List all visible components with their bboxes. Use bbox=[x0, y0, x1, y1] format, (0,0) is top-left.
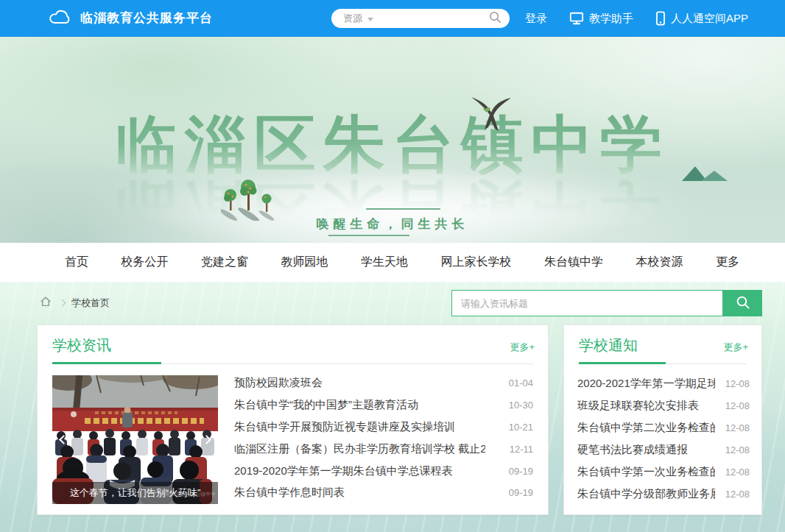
carousel-caption-bar: 这个春节，让我们告别“火药味” 淄博市临淄区朱台镇中学 bbox=[52, 482, 218, 504]
news-list-item[interactable]: 2019-2020学年第一学期朱台镇中学总课程表 09-19 bbox=[234, 460, 533, 482]
chevron-down-icon[interactable] bbox=[367, 18, 373, 21]
news-more-link[interactable]: 更多+ bbox=[510, 341, 535, 354]
content-area: 学校首页 学校资讯 更多+ bbox=[0, 282, 785, 532]
chevron-left-icon bbox=[59, 435, 68, 444]
news-list-item[interactable]: 朱台镇中学开展预防近视专题讲座及实操培训 10-21 bbox=[234, 416, 533, 439]
news-list-item[interactable]: 预防校园欺凌班会 01-04 bbox=[234, 372, 533, 394]
banner-school-name: 临淄区朱台镇中学 bbox=[0, 113, 785, 175]
news-panel-title: 学校资讯 bbox=[52, 336, 111, 355]
cloud-logo-icon bbox=[49, 8, 72, 29]
notice-item-title: 2020-2021学年第一学期足球 bbox=[577, 377, 715, 391]
news-item-title: 朱台镇中学“我的中国梦”主题教育活动 bbox=[234, 398, 418, 412]
news-list-item[interactable]: 朱台镇中学作息时间表 09-19 bbox=[234, 482, 533, 504]
nav-item[interactable]: 校务公开 bbox=[122, 255, 169, 270]
login-link[interactable]: 登录 bbox=[525, 12, 547, 26]
mountains-decoration bbox=[676, 160, 735, 182]
slogan-line-top bbox=[366, 208, 440, 210]
nav-item[interactable]: 首页 bbox=[65, 255, 88, 270]
news-item-date: 12-11 bbox=[510, 444, 533, 455]
notice-list-item[interactable]: 2020-2021学年第一学期足球 12-08 bbox=[577, 372, 750, 394]
notice-item-date: 12-08 bbox=[725, 489, 750, 500]
notice-item-title: 朱台镇中学第一次业务检查的 bbox=[577, 465, 715, 479]
news-list-item[interactable]: 临淄区注册（备案）民办非学历教育培训学校 截止2019 12-11 bbox=[234, 438, 533, 460]
trees-decoration bbox=[221, 174, 278, 221]
brand-title: 临淄教育公共服务平台 bbox=[80, 10, 213, 26]
news-list: 预防校园欺凌班会 01-04 朱台镇中学“我的中国梦”主题教育活动 10-30 … bbox=[234, 372, 533, 504]
top-header-bar: 临淄教育公共服务平台 资源 登录 bbox=[0, 0, 785, 37]
breadcrumb: 学校首页 bbox=[39, 282, 110, 324]
news-list-item[interactable]: 朱台镇中学“我的中国梦”主题教育活动 10-30 bbox=[234, 394, 533, 416]
notice-list-item[interactable]: 朱台镇中学第二次业务检查的 12-08 bbox=[577, 416, 750, 439]
renrentong-app-link[interactable]: 人人通空间APP bbox=[655, 11, 748, 26]
page: 临淄教育公共服务平台 资源 登录 bbox=[0, 0, 785, 532]
divider-accent bbox=[52, 362, 161, 364]
news-item-date: 09-19 bbox=[509, 487, 533, 498]
banner-slogan: 唤醒生命，同生共长 bbox=[0, 216, 785, 233]
chevron-right-icon bbox=[202, 435, 211, 444]
notice-item-date: 12-08 bbox=[725, 378, 750, 389]
news-item-title: 预防校园欺凌班会 bbox=[234, 376, 323, 390]
notice-list-item[interactable]: 班级足球联赛轮次安排表 12-08 bbox=[577, 394, 750, 416]
hero-banner: 临淄区朱台镇中学 临淄区朱台镇中学 bbox=[0, 37, 785, 243]
phone-icon bbox=[655, 11, 666, 26]
nav-item[interactable]: 网上家长学校 bbox=[441, 255, 512, 270]
notice-list: 2020-2021学年第一学期足球 12-08 班级足球联赛轮次安排表 12-0… bbox=[577, 372, 750, 505]
news-search-bar bbox=[451, 290, 762, 316]
news-item-date: 10-21 bbox=[509, 422, 533, 433]
notice-item-title: 硬笔书法比赛成绩通报 bbox=[577, 443, 688, 457]
top-links: 登录 教学助手 人人通空间APP bbox=[503, 0, 748, 37]
nav-item[interactable]: 朱台镇中学 bbox=[544, 255, 603, 270]
news-carousel[interactable]: 这个春节，让我们告别“火药味” 淄博市临淄区朱台镇中学 bbox=[52, 375, 218, 504]
carousel-next-button[interactable] bbox=[202, 434, 214, 446]
news-item-date: 10-30 bbox=[509, 400, 533, 411]
notice-item-date: 12-08 bbox=[725, 422, 750, 433]
notice-item-date: 12-08 bbox=[725, 444, 750, 455]
brand[interactable]: 临淄教育公共服务平台 bbox=[49, 8, 213, 29]
photo-watermark: 淄博市临淄区朱台镇中学 bbox=[159, 491, 216, 498]
news-item-title: 朱台镇中学作息时间表 bbox=[234, 486, 345, 500]
nav-item[interactable]: 教师园地 bbox=[281, 255, 328, 270]
notice-item-title: 班级足球联赛轮次安排表 bbox=[577, 399, 699, 413]
renrentong-app-label: 人人通空间APP bbox=[671, 12, 748, 26]
swallow-icon bbox=[467, 94, 514, 134]
school-news-panel: 学校资讯 更多+ bbox=[37, 324, 549, 515]
search-icon bbox=[736, 295, 750, 312]
notice-list-item[interactable]: 朱台镇中学第一次业务检查的 12-08 bbox=[577, 461, 750, 483]
teaching-assistant-label: 教学助手 bbox=[589, 12, 633, 26]
notice-item-date: 12-08 bbox=[725, 400, 750, 411]
nav-item[interactable]: 学生天地 bbox=[361, 255, 408, 270]
breadcrumb-current[interactable]: 学校首页 bbox=[71, 297, 110, 310]
notice-item-title: 朱台镇中学分级部教师业务展 bbox=[577, 487, 715, 501]
news-item-title: 2019-2020学年第一学期朱台镇中学总课程表 bbox=[234, 464, 453, 478]
nav-item[interactable]: 更多 bbox=[716, 255, 739, 270]
carousel-prev-button[interactable] bbox=[57, 434, 68, 446]
news-item-date: 01-04 bbox=[509, 377, 533, 389]
notice-list-item[interactable]: 硬笔书法比赛成绩通报 12-08 bbox=[577, 439, 750, 461]
top-search-box[interactable]: 资源 bbox=[331, 9, 510, 28]
main-nav: 首页校务公开党建之窗教师园地学生天地网上家长学校朱台镇中学本校资源更多 bbox=[0, 243, 785, 282]
news-search-input[interactable] bbox=[451, 290, 723, 316]
notice-item-date: 12-08 bbox=[725, 467, 750, 478]
nav-item[interactable]: 本校资源 bbox=[636, 255, 683, 270]
breadcrumb-chevron-icon bbox=[59, 299, 66, 307]
news-item-date: 09-19 bbox=[509, 466, 533, 477]
slogan-line-bottom bbox=[328, 235, 409, 236]
nav-item[interactable]: 党建之窗 bbox=[201, 255, 248, 270]
news-item-title: 朱台镇中学开展预防近视专题讲座及实操培训 bbox=[234, 420, 455, 434]
search-icon[interactable] bbox=[489, 11, 501, 26]
divider-accent bbox=[579, 362, 666, 364]
notice-panel-title: 学校通知 bbox=[579, 336, 638, 355]
monitor-icon bbox=[569, 11, 584, 26]
notice-list-item[interactable]: 朱台镇中学分级部教师业务展 12-08 bbox=[577, 483, 750, 505]
news-item-title: 临淄区注册（备案）民办非学历教育培训学校 截止2019 bbox=[234, 442, 485, 456]
notice-item-title: 朱台镇中学第二次业务检查的 bbox=[577, 421, 715, 435]
school-notice-panel: 学校通知 更多+ 2020-2021学年第一学期足球 12-08 班级足球联赛轮… bbox=[563, 324, 762, 515]
news-search-button[interactable] bbox=[723, 290, 762, 316]
home-icon[interactable] bbox=[39, 295, 52, 311]
search-scope-select[interactable]: 资源 bbox=[343, 12, 362, 25]
notice-more-link[interactable]: 更多+ bbox=[723, 341, 748, 354]
teaching-assistant-link[interactable]: 教学助手 bbox=[569, 11, 633, 26]
